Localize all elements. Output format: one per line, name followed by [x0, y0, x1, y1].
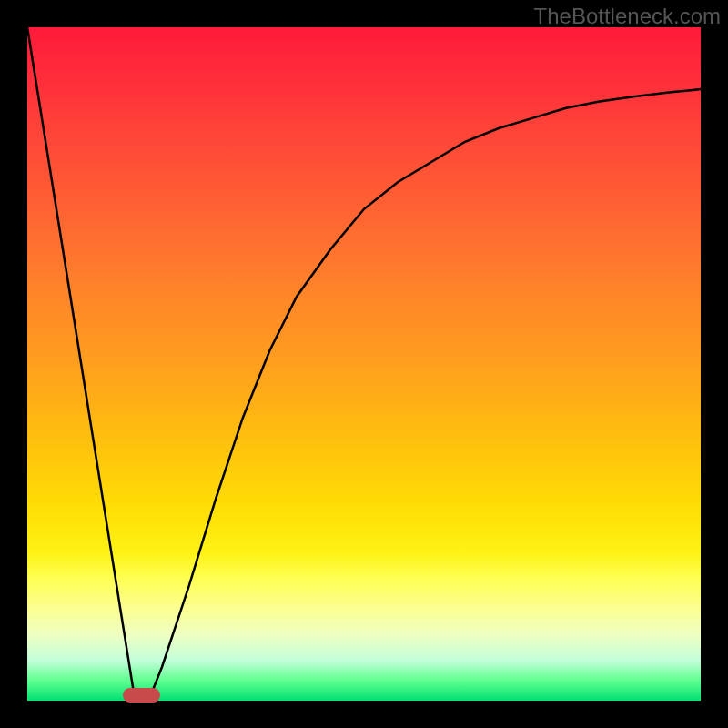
chart-container: TheBottleneck.com	[0, 0, 728, 728]
right-curve	[148, 89, 701, 701]
left-line	[27, 27, 135, 701]
watermark-text: TheBottleneck.com	[534, 4, 721, 29]
bottleneck-marker	[123, 688, 160, 703]
plot-area	[27, 27, 701, 701]
curves-svg	[27, 27, 701, 701]
